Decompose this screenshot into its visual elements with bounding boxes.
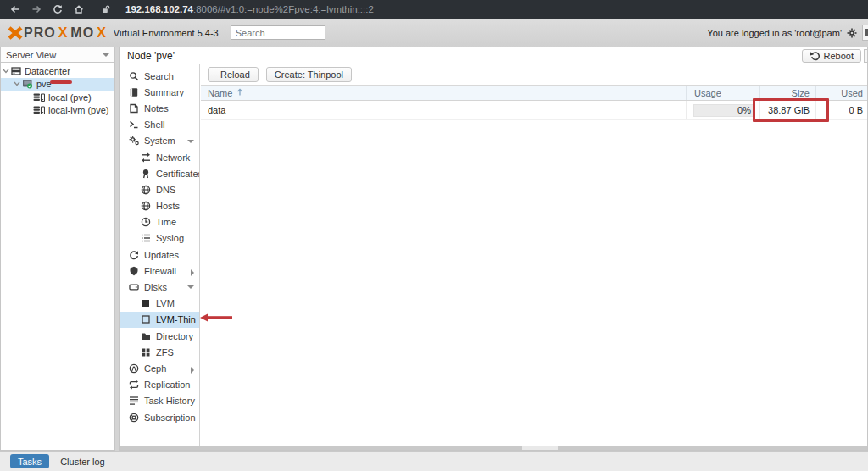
reload-button-label: Reload bbox=[220, 69, 250, 80]
terminal-icon bbox=[129, 119, 141, 130]
menu-item-label: Syslog bbox=[156, 233, 184, 243]
create-thinpool-button[interactable]: Create: Thinpool bbox=[266, 67, 352, 82]
menu-item-ceph[interactable]: Ceph bbox=[120, 360, 199, 376]
horizontal-scrollbar[interactable] bbox=[120, 446, 867, 450]
browser-bar: 192.168.102.74:8006/#v1:0:=node%2Fpve:4:… bbox=[0, 0, 868, 19]
chevron-down-icon[interactable] bbox=[187, 140, 194, 143]
list-icon bbox=[141, 233, 153, 243]
chevron-right-icon[interactable] bbox=[191, 367, 194, 374]
node-icon bbox=[22, 79, 33, 89]
tree-item-local-lvm-pve-[interactable]: local-lvm (pve) bbox=[1, 104, 114, 118]
menu-item-directory[interactable]: Directory bbox=[120, 328, 199, 344]
partial-button[interactable] bbox=[864, 49, 867, 63]
back-icon[interactable] bbox=[10, 4, 20, 14]
lock-icon bbox=[103, 4, 113, 14]
menu-item-search[interactable]: Search bbox=[120, 68, 199, 84]
column-header-name[interactable]: Name bbox=[201, 86, 686, 100]
view-selector[interactable]: Server View bbox=[1, 47, 114, 63]
network-icon bbox=[141, 152, 153, 163]
menu-item-time[interactable]: Time bbox=[120, 214, 199, 230]
page-title: Node 'pve' bbox=[127, 50, 175, 62]
book-icon bbox=[129, 87, 141, 97]
tree-item-label: Datacenter bbox=[25, 66, 70, 76]
menu-item-label: Time bbox=[156, 217, 176, 227]
menu-item-replication[interactable]: Replication bbox=[120, 377, 199, 393]
cell-name: data bbox=[201, 101, 686, 119]
menu-item-lvm[interactable]: LVM bbox=[120, 296, 199, 312]
reload-page-icon[interactable] bbox=[53, 4, 63, 14]
shield-icon bbox=[129, 266, 141, 276]
tree-item-pve[interactable]: pve bbox=[1, 78, 114, 91]
tree-item-datacenter[interactable]: Datacenter bbox=[1, 64, 114, 78]
menu-item-label: Summary bbox=[144, 87, 184, 97]
cell-usage: 0% bbox=[686, 101, 760, 119]
menu-item-network[interactable]: Network bbox=[120, 149, 199, 165]
square-outline-icon bbox=[141, 314, 153, 324]
reboot-button[interactable]: Reboot bbox=[802, 49, 861, 63]
globe-icon bbox=[141, 185, 153, 195]
forward-icon[interactable] bbox=[31, 4, 42, 14]
column-header-usage[interactable]: Usage bbox=[686, 86, 760, 100]
menu-item-label: LVM bbox=[156, 298, 175, 308]
menu-item-label: Network bbox=[156, 152, 190, 163]
app-header: PROXMOX Virtual Environment 5.4-3 You ar… bbox=[0, 19, 868, 47]
node-menu: Search Summary Notes Shell System Networ… bbox=[120, 64, 200, 446]
partial-button[interactable] bbox=[862, 25, 868, 41]
certificate-icon bbox=[141, 169, 153, 179]
menu-item-label: Disks bbox=[144, 282, 167, 292]
cluster-log-tab[interactable]: Cluster log bbox=[60, 457, 105, 467]
usage-progress-bar: 0% bbox=[693, 104, 755, 117]
address-bar[interactable]: 192.168.102.74:8006/#v1:0:=node%2Fpve:4:… bbox=[125, 4, 374, 14]
proxmox-x-logo-icon bbox=[7, 26, 24, 40]
replication-icon bbox=[129, 380, 141, 390]
resource-tree-panel: Server View Datacenter pve local (pve) l… bbox=[0, 47, 115, 451]
menu-item-system[interactable]: System bbox=[120, 133, 199, 149]
reload-button[interactable]: Reload bbox=[208, 67, 259, 82]
menu-item-lvm-thin[interactable]: LVM-Thin bbox=[120, 312, 199, 328]
menu-item-label: DNS bbox=[156, 185, 175, 195]
expander-icon[interactable] bbox=[1, 69, 11, 74]
menu-item-label: Replication bbox=[144, 380, 190, 390]
home-icon[interactable] bbox=[74, 4, 84, 14]
menu-item-label: Hosts bbox=[156, 201, 180, 211]
login-status-text: You are logged in as 'root@pam' bbox=[707, 28, 842, 38]
menu-item-summary[interactable]: Summary bbox=[120, 84, 199, 100]
refresh-icon bbox=[129, 250, 141, 260]
tree-item-label: local-lvm (pve) bbox=[48, 105, 109, 115]
tree-item-local-pve-[interactable]: local (pve) bbox=[1, 91, 114, 104]
chevron-down-icon[interactable] bbox=[187, 285, 194, 289]
menu-item-label: Notes bbox=[144, 103, 169, 114]
tree-item-label: pve bbox=[36, 79, 52, 89]
menu-item-task-history[interactable]: Task History bbox=[120, 393, 199, 409]
cogs-icon bbox=[129, 136, 141, 146]
menu-item-label: Updates bbox=[144, 250, 179, 260]
menu-item-hosts[interactable]: Hosts bbox=[120, 198, 199, 214]
menu-item-updates[interactable]: Updates bbox=[120, 247, 199, 263]
scrollbar-thumb[interactable] bbox=[522, 446, 558, 450]
menu-item-label: ZFS bbox=[156, 347, 174, 357]
menu-item-label: Shell bbox=[144, 119, 164, 130]
menu-item-label: Task History bbox=[144, 396, 195, 406]
menu-item-certificates[interactable]: Certificates bbox=[120, 165, 199, 181]
tree-item-label: local (pve) bbox=[48, 92, 92, 103]
menu-item-label: Directory bbox=[156, 331, 193, 341]
menu-item-disks[interactable]: Disks bbox=[120, 279, 199, 295]
gear-icon[interactable] bbox=[847, 28, 857, 38]
menu-item-firewall[interactable]: Firewall bbox=[120, 263, 199, 279]
storage-icon bbox=[33, 92, 45, 103]
search-input[interactable] bbox=[231, 25, 326, 40]
expander-icon[interactable] bbox=[12, 81, 22, 86]
tasks-tab[interactable]: Tasks bbox=[10, 454, 49, 468]
chevron-right-icon[interactable] bbox=[191, 269, 194, 276]
panel-title-bar: Node 'pve' Reboot bbox=[120, 47, 867, 64]
menu-item-subscription[interactable]: Subscription bbox=[120, 409, 199, 425]
content-area: Reload Create: Thinpool Name Usage Size … bbox=[201, 64, 867, 450]
clock-icon bbox=[141, 217, 153, 227]
menu-item-shell[interactable]: Shell bbox=[120, 117, 199, 133]
menu-item-dns[interactable]: DNS bbox=[120, 181, 199, 197]
menu-item-syslog[interactable]: Syslog bbox=[120, 230, 199, 247]
menu-item-notes[interactable]: Notes bbox=[120, 100, 199, 116]
ceph-icon bbox=[129, 363, 141, 374]
url-host: 192.168.102.74 bbox=[125, 4, 193, 14]
menu-item-zfs[interactable]: ZFS bbox=[120, 344, 199, 360]
